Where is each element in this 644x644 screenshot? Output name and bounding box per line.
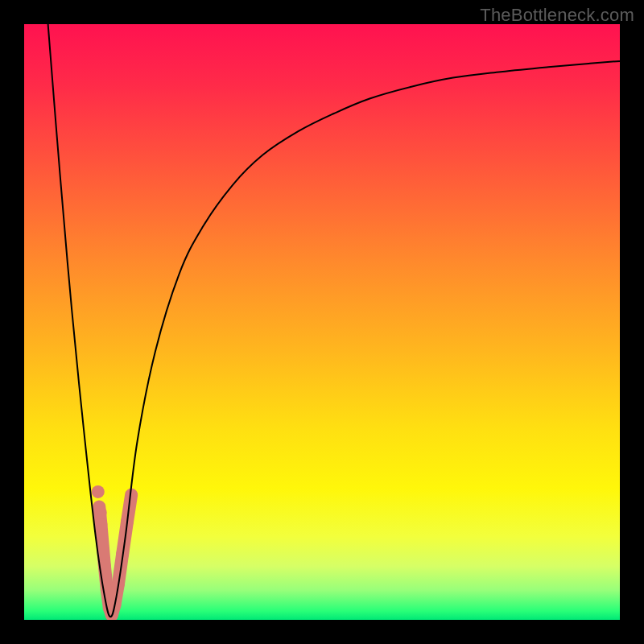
marker-dot [94,506,107,519]
chart-frame: TheBottleneck.com [0,0,644,644]
plot-area [24,24,620,620]
watermark-text: TheBottleneck.com [480,5,634,26]
marker-dot [92,485,105,498]
bottleneck-curve [48,24,620,617]
curve-layer [24,24,620,620]
